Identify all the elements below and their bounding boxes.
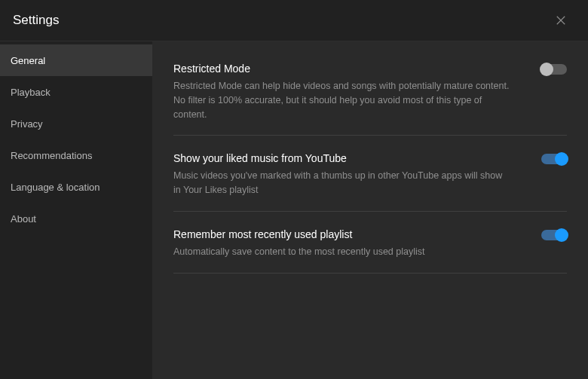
sidebar-item-playback[interactable]: Playback: [0, 76, 152, 108]
sidebar-item-language-location[interactable]: Language & location: [0, 171, 152, 203]
remember-playlist-toggle[interactable]: [541, 230, 567, 240]
sidebar-item-label: Language & location: [11, 182, 100, 193]
settings-header: Settings: [0, 0, 588, 41]
close-button[interactable]: [552, 11, 570, 29]
sidebar-item-recommendations[interactable]: Recommendations: [0, 139, 152, 171]
close-icon: [554, 14, 568, 27]
sidebar-item-general[interactable]: General: [0, 44, 152, 76]
setting-restricted-mode: Restricted Mode Restricted Mode can help…: [173, 63, 567, 136]
setting-title: Remember most recently used playlist: [173, 228, 511, 240]
setting-text: Remember most recently used playlist Aut…: [173, 228, 541, 259]
setting-title: Show your liked music from YouTube: [173, 152, 511, 164]
sidebar-item-label: Playback: [11, 87, 51, 98]
show-liked-music-toggle[interactable]: [541, 154, 567, 164]
setting-desc: Restricted Mode can help hide videos and…: [173, 79, 511, 121]
setting-remember-playlist: Remember most recently used playlist Aut…: [173, 228, 567, 274]
sidebar-item-label: General: [11, 55, 45, 66]
toggle-knob: [555, 228, 568, 242]
sidebar-item-label: About: [11, 213, 36, 225]
sidebar-item-label: Recommendations: [11, 150, 92, 161]
settings-main-panel: Restricted Mode Restricted Mode can help…: [152, 41, 588, 379]
setting-text: Restricted Mode Restricted Mode can help…: [173, 63, 541, 121]
sidebar-item-privacy[interactable]: Privacy: [0, 108, 152, 139]
restricted-mode-toggle[interactable]: [541, 64, 567, 75]
sidebar-item-label: Privacy: [11, 118, 43, 130]
toggle-knob: [555, 152, 568, 166]
content-area: General Playback Privacy Recommendations…: [0, 41, 588, 379]
setting-text: Show your liked music from YouTube Music…: [173, 152, 541, 197]
sidebar-item-about[interactable]: About: [0, 203, 152, 234]
page-title: Settings: [13, 13, 59, 28]
setting-title: Restricted Mode: [173, 63, 511, 75]
setting-show-liked-music: Show your liked music from YouTube Music…: [173, 152, 567, 212]
settings-sidebar: General Playback Privacy Recommendations…: [0, 41, 152, 379]
setting-desc: Automatically save content to the most r…: [173, 245, 511, 259]
setting-desc: Music videos you've marked with a thumbs…: [173, 169, 511, 197]
toggle-knob: [540, 63, 553, 76]
